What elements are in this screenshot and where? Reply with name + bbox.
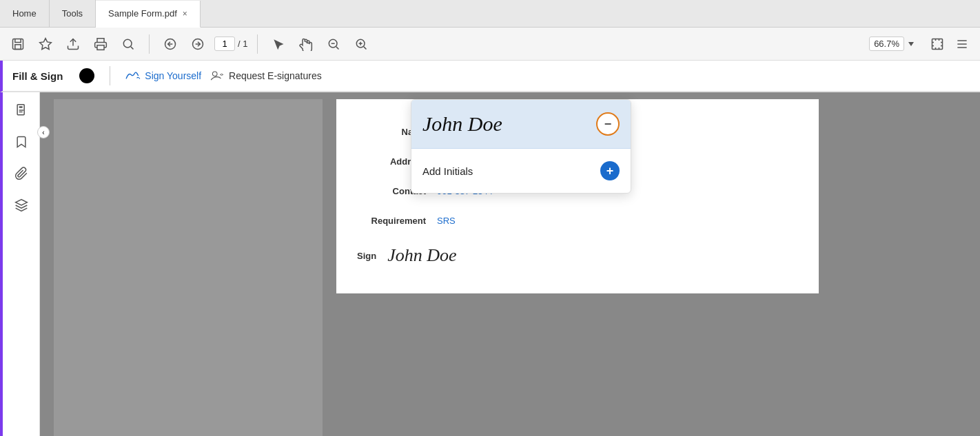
- scroll-area[interactable]: Name John Doe Address 123 Maple St. Cont…: [40, 92, 980, 436]
- page-separator: / 1: [238, 39, 247, 49]
- add-initials-button[interactable]: +: [600, 161, 620, 180]
- signature-text: John Doe: [387, 245, 456, 266]
- left-sidebar: [0, 92, 40, 436]
- page-nav: / 1: [214, 37, 247, 51]
- zoom-dropdown-icon[interactable]: [907, 40, 915, 48]
- dropdown-initials-row: Add Initials +: [411, 149, 631, 193]
- search-button[interactable]: [117, 33, 139, 55]
- print-icon: [94, 37, 108, 51]
- sidebar-item-layers[interactable]: [10, 194, 32, 216]
- tab-home-label: Home: [12, 8, 37, 19]
- sign-field: Sign John Doe: [357, 245, 798, 266]
- remove-signature-button[interactable]: −: [596, 112, 620, 136]
- page-number-input[interactable]: [214, 37, 235, 51]
- fill-sign-title: Fill & Sign: [12, 70, 63, 82]
- sign-yourself-button[interactable]: Sign Yourself: [125, 68, 201, 83]
- request-esignatures-button[interactable]: Request E-signatures: [210, 68, 322, 83]
- star-icon: [39, 37, 52, 51]
- fit-more-area: [926, 33, 973, 55]
- svg-marker-17: [908, 42, 914, 46]
- sidebar-item-attachments[interactable]: [10, 163, 32, 185]
- next-page-icon: [191, 37, 205, 51]
- zoom-area: 66.7%: [869, 37, 915, 51]
- tab-file[interactable]: Sample Form.pdf ×: [96, 1, 201, 28]
- zoom-value[interactable]: 66.7%: [869, 37, 904, 51]
- pdf-page: [54, 99, 323, 436]
- tab-home[interactable]: Home: [0, 0, 50, 27]
- fit-page-icon: [930, 37, 944, 51]
- sign-yourself-icon: [125, 68, 141, 83]
- svg-rect-0: [13, 39, 23, 49]
- svg-line-14: [364, 46, 367, 49]
- print-button[interactable]: [90, 33, 112, 55]
- more-tools-button[interactable]: [951, 33, 973, 55]
- requirement-value: SRS: [437, 216, 456, 226]
- fill-sign-bar: Fill & Sign Sign Yourself Request E-sign…: [0, 61, 980, 92]
- add-initials-label: Add Initials: [422, 165, 473, 177]
- tab-tools-label: Tools: [62, 8, 83, 19]
- upload-button[interactable]: [62, 33, 84, 55]
- sidebar-collapse-button[interactable]: ‹: [37, 126, 50, 138]
- separator-2: [257, 34, 258, 54]
- pages-icon: [14, 103, 28, 117]
- bookmark-icon: [14, 135, 28, 149]
- upload-icon: [66, 37, 80, 51]
- layers-icon: [14, 198, 28, 212]
- dropdown-signature-row: John Doe −: [411, 100, 631, 149]
- add-initials-icon: +: [606, 164, 614, 178]
- search-icon: [121, 37, 135, 51]
- cursor-tool-button[interactable]: [267, 33, 289, 55]
- svg-line-5: [131, 46, 134, 49]
- requirement-label: Requirement: [357, 216, 426, 226]
- svg-point-4: [123, 39, 132, 48]
- request-esig-icon: [210, 68, 225, 83]
- sign-yourself-label: Sign Yourself: [145, 70, 201, 81]
- tab-tools[interactable]: Tools: [50, 0, 96, 27]
- prev-page-icon: [163, 37, 177, 51]
- tab-file-label: Sample Form.pdf: [108, 8, 177, 19]
- separator-1: [149, 34, 150, 54]
- next-page-button[interactable]: [187, 33, 209, 55]
- attachments-icon: [14, 167, 28, 180]
- toolbar: / 1 66.7%: [0, 28, 980, 61]
- prev-page-button[interactable]: [159, 33, 181, 55]
- tab-close-icon[interactable]: ×: [183, 9, 187, 19]
- svg-rect-23: [17, 105, 24, 115]
- svg-rect-24: [19, 106, 22, 108]
- zoom-in-button[interactable]: [350, 33, 372, 55]
- svg-rect-18: [932, 39, 943, 49]
- sidebar-item-bookmarks[interactable]: [10, 131, 32, 153]
- save-button[interactable]: [7, 33, 29, 55]
- save-icon: [11, 37, 25, 51]
- color-picker[interactable]: [79, 68, 94, 83]
- svg-marker-1: [40, 38, 52, 49]
- bar-divider: [110, 66, 110, 85]
- hand-icon: [299, 37, 313, 51]
- svg-marker-27: [15, 200, 27, 205]
- fit-page-button[interactable]: [926, 33, 948, 55]
- hand-tool-button[interactable]: [295, 33, 317, 55]
- cursor-icon: [272, 37, 285, 51]
- remove-icon: −: [604, 117, 612, 132]
- sidebar-item-pages[interactable]: [10, 99, 32, 121]
- request-esignatures-label: Request E-signatures: [229, 70, 322, 81]
- form-field-requirement: Requirement SRS: [357, 216, 798, 226]
- zoom-in-icon: [354, 37, 368, 51]
- dropdown-signature-preview: John Doe: [422, 112, 502, 136]
- svg-line-11: [336, 46, 339, 49]
- zoom-out-icon: [327, 37, 340, 51]
- svg-rect-3: [97, 45, 104, 50]
- zoom-out-button[interactable]: [323, 33, 345, 55]
- main-area: ‹ Name: [0, 92, 980, 436]
- tab-bar: Home Tools Sample Form.pdf ×: [0, 0, 980, 28]
- signature-dropdown-panel: John Doe − Add Initials +: [411, 99, 631, 194]
- bookmark-button[interactable]: [34, 33, 57, 55]
- more-tools-icon: [955, 37, 969, 51]
- sign-label: Sign: [357, 251, 376, 261]
- svg-point-22: [212, 72, 217, 76]
